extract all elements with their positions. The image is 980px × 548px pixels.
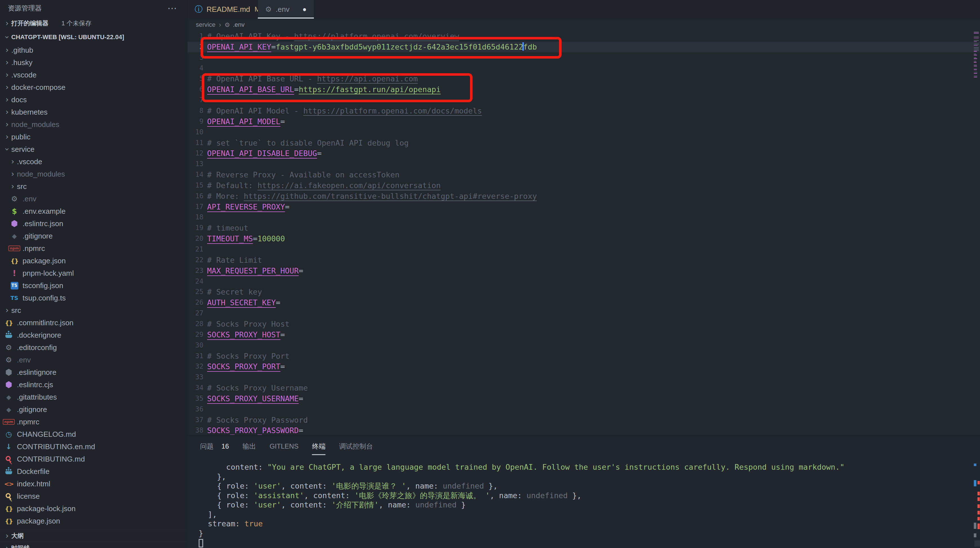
editor-line-13[interactable]: 13 [188, 159, 980, 170]
tree-item-.dockerignore[interactable]: .dockerignore [0, 329, 187, 341]
timeline-section[interactable]: › 时间线 [0, 542, 187, 548]
tree-item-package.json[interactable]: {}package.json [0, 515, 187, 527]
excl-icon: ! [10, 269, 19, 277]
tree-item-.gitignore[interactable]: ◆.gitignore [0, 403, 187, 416]
editor-line-3[interactable]: 3 [188, 52, 980, 63]
tree-item-package.json[interactable]: {}package.json [0, 254, 187, 267]
panel-tab-debug-console[interactable]: 调试控制台 [339, 435, 373, 457]
tree-item-.eslintrc.json[interactable]: .eslintrc.json [0, 218, 187, 230]
tree-item-.gitattributes[interactable]: ◆.gitattributes [0, 391, 187, 403]
editor-line-31[interactable]: 31# Socks Proxy Port [188, 351, 980, 362]
editor-line-24[interactable]: 24 [188, 276, 980, 287]
tree-item-kubernetes[interactable]: ›kubernetes [0, 106, 187, 118]
breadcrumb-file[interactable]: .env [233, 21, 245, 29]
editor-line-29[interactable]: 29SOCKS_PROXY_HOST= [188, 329, 980, 340]
panel-tab-terminal[interactable]: 终端 [312, 435, 325, 457]
editor-line-20[interactable]: 20TIMEOUT_MS=100000 [188, 233, 980, 244]
editor-line-6[interactable]: 6OPENAI_API_BASE_URL=https://fastgpt.run… [188, 84, 980, 95]
panel-tab-problems[interactable]: 问题 16 [200, 435, 229, 457]
tree-item-.commitlintrc.json[interactable]: {}.commitlintrc.json [0, 316, 187, 329]
editor-line-28[interactable]: 28# Socks Proxy Host [188, 319, 980, 329]
tree-item-package-lock.json[interactable]: {}package-lock.json [0, 502, 187, 515]
editor-line-30[interactable]: 30 [188, 340, 980, 351]
editor-line-8[interactable]: 8# OpenAI API Model - https://platform.o… [188, 106, 980, 116]
tree-item-src[interactable]: ›src [0, 304, 187, 316]
tree-item-pnpm-lock.yaml[interactable]: !pnpm-lock.yaml [0, 267, 187, 280]
tree-item-Dockerfile[interactable]: Dockerfile [0, 465, 187, 478]
tree-item-docker-compose[interactable]: ›docker-compose [0, 81, 187, 94]
terminal-line: { role: 'assistant', content: '电影《玲芽之旅》的… [199, 491, 980, 500]
editor-line-19[interactable]: 19# timeout [188, 223, 980, 233]
editor-line-26[interactable]: 26AUTH_SECRET_KEY= [188, 297, 980, 308]
editor-line-10[interactable]: 10 [188, 127, 980, 138]
editor-line-33[interactable]: 33 [188, 372, 980, 383]
tree-item-.eslintignore[interactable]: .eslintignore [0, 366, 187, 378]
editor-line-27[interactable]: 27 [188, 308, 980, 319]
tree-item-CHANGELOG.md[interactable]: ◷CHANGELOG.md [0, 428, 187, 440]
editor-line-36[interactable]: 36 [188, 404, 980, 415]
panel-tab-output[interactable]: 输出 [243, 435, 256, 457]
tree-item-index.html[interactable]: <>index.html [0, 478, 187, 490]
editor-line-21[interactable]: 21 [188, 244, 980, 255]
tree-item-.env[interactable]: ⚙.env [0, 354, 187, 366]
tree-item-.editorconfig[interactable]: ⚙.editorconfig [0, 341, 187, 354]
tree-item-CONTRIBUTING.md[interactable]: CONTRIBUTING.md [0, 453, 187, 465]
tree-item-docs[interactable]: ›docs [0, 94, 187, 106]
editor-line-16[interactable]: 16# More: https://github.com/transitive-… [188, 191, 980, 202]
open-editors-section[interactable]: › 打开的编辑器 1 个未保存 [0, 16, 187, 30]
terminal[interactable]: content: "You are ChatGPT, a large langu… [188, 462, 980, 548]
editor-line-37[interactable]: 37# Socks Proxy Password [188, 415, 980, 426]
editor-line-35[interactable]: 35SOCKS_PROXY_USERNAME= [188, 393, 980, 404]
tree-item-.env.example[interactable]: $.env.example [0, 205, 187, 218]
panel-tab-gitlens[interactable]: GITLENS [270, 435, 299, 457]
editor-line-34[interactable]: 34# Socks Proxy Username [188, 383, 980, 393]
editor-line-9[interactable]: 9OPENAI_API_MODEL= [188, 116, 980, 127]
chevron-right-icon: › [8, 170, 17, 178]
tree-item-CONTRIBUTING.en.md[interactable]: ↓CONTRIBUTING.en.md [0, 440, 187, 453]
editor-line-15[interactable]: 15# Default: https://ai.fakeopen.com/api… [188, 180, 980, 191]
tree-item-.npmrc[interactable]: npm.npmrc [0, 416, 187, 428]
tree-item-.vscode[interactable]: ›.vscode [0, 156, 187, 168]
tree-item-tsup.config.ts[interactable]: TStsup.config.ts [0, 292, 187, 304]
editor-line-2[interactable]: 2OPENAI_API_KEY=fastgpt-y6b3axfbdd5wyp01… [188, 42, 980, 52]
tree-item-.gitignore[interactable]: ◆.gitignore [0, 230, 187, 242]
editor-line-32[interactable]: 32SOCKS_PROXY_PORT= [188, 361, 980, 372]
editor-line-11[interactable]: 11# set `true` to disable OpenAI API deb… [188, 138, 980, 148]
code-editor[interactable]: 1# OpenAI API Key - https://platform.ope… [188, 31, 980, 435]
editor-line-5[interactable]: 5# OpenAI API Base URL - https://api.ope… [188, 73, 980, 84]
unsaved-dot-icon[interactable]: ● [302, 5, 307, 13]
editor-line-14[interactable]: 14# Reverse Proxy - Available on accessT… [188, 170, 980, 180]
tree-item-node_modules[interactable]: ›node_modules [0, 118, 187, 131]
editor-line-17[interactable]: 17API_REVERSE_PROXY= [188, 202, 980, 212]
outline-section[interactable]: › 大纲 [0, 529, 187, 542]
tree-item-.env[interactable]: ⚙.env [0, 192, 187, 205]
editor-line-18[interactable]: 18 [188, 212, 980, 223]
editor-line-23[interactable]: 23MAX_REQUEST_PER_HOUR= [188, 265, 980, 276]
tree-item-public[interactable]: ›public [0, 131, 187, 143]
tree-item-src[interactable]: ›src [0, 180, 187, 192]
editor-line-1[interactable]: 1# OpenAI API Key - https://platform.ope… [188, 31, 980, 42]
project-root-section[interactable]: › CHATGPT-WEB [WSL: UBUNTU-22.04] [0, 30, 187, 44]
editor-line-25[interactable]: 25# Secret key [188, 287, 980, 297]
tree-item-.vscode[interactable]: ›.vscode [0, 69, 187, 81]
editor-line-12[interactable]: 12OPENAI_API_DISABLE_DEBUG= [188, 148, 980, 159]
tree-item-tsconfig.json[interactable]: TStsconfig.json [0, 280, 187, 292]
tree-item-license[interactable]: license [0, 490, 187, 502]
chevron-right-icon: › [3, 544, 11, 548]
editor-line-38[interactable]: 38SOCKS_PROXY_PASSWORD= [188, 425, 980, 435]
editor-line-22[interactable]: 22# Rate Limit [188, 255, 980, 265]
breadcrumb-folder[interactable]: service [196, 21, 216, 29]
tree-item-.eslintrc.cjs[interactable]: .eslintrc.cjs [0, 378, 187, 391]
editor-line-4[interactable]: 4 [188, 63, 980, 74]
minimap[interactable] [973, 31, 980, 435]
tree-item-node_modules[interactable]: ›node_modules [0, 168, 187, 180]
tree-item-.husky[interactable]: ›.husky [0, 56, 187, 69]
terminal-line: { role: 'user', content: '电影的导演是谁？ ', na… [199, 481, 980, 491]
tree-item-.github[interactable]: ›.github [0, 44, 187, 56]
tab-readme-md[interactable]: ⓘ README.md M [188, 0, 258, 19]
tab-env[interactable]: ⚙ .env ● [258, 0, 314, 19]
tree-item-.npmrc[interactable]: npm.npmrc [0, 242, 187, 254]
more-actions-icon[interactable]: ⋯ [167, 3, 178, 14]
tree-item-service[interactable]: ›service [0, 143, 187, 156]
editor-line-7[interactable]: 7 [188, 95, 980, 106]
